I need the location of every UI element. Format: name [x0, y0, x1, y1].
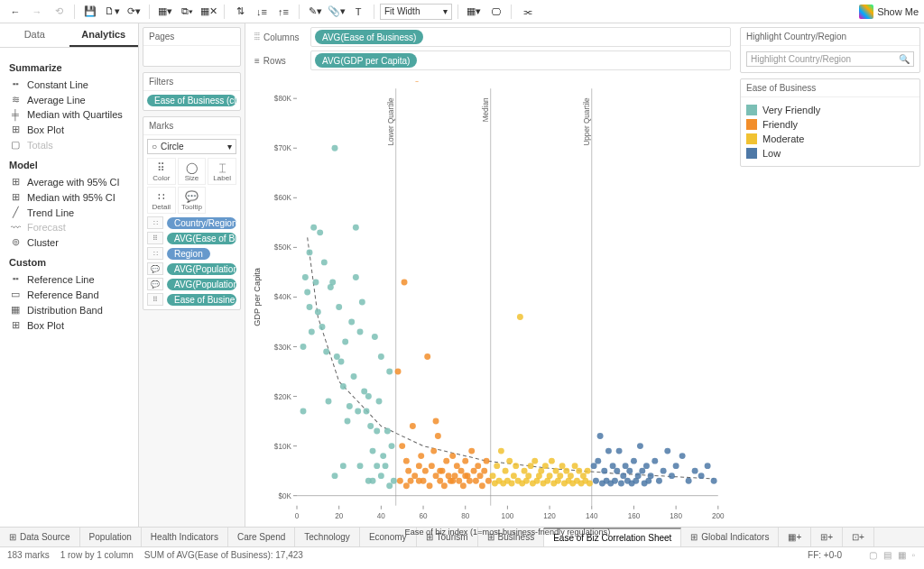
status-ff: FF: +0-0 [808, 550, 842, 560]
new-sheet-button[interactable]: ⊡+ [843, 528, 874, 546]
legend-item[interactable]: Very Friendly [746, 103, 914, 117]
analytics-item: 〰Forecast [9, 220, 129, 234]
chart-area[interactable]: 020406080100120140160180200$0K$10K$20K$3… [245, 78, 736, 546]
marks-pill[interactable]: AVG(Ease of Busi.. [167, 233, 236, 244]
svg-point-172 [531, 458, 538, 464]
duplicate-icon[interactable]: ⧉▾ [177, 3, 197, 21]
analytics-item[interactable]: ⊞Box Plot [9, 317, 129, 333]
text-icon[interactable]: T [348, 3, 368, 21]
svg-point-80 [365, 393, 372, 399]
svg-point-89 [384, 428, 391, 435]
tab-data[interactable]: Data [0, 23, 69, 47]
svg-point-151 [433, 418, 439, 425]
marks-slot-icon[interactable]: ∷ [147, 247, 163, 260]
svg-point-146 [403, 482, 410, 489]
status-rowcol: 1 row by 1 column [60, 550, 134, 560]
marks-slot-icon[interactable]: ⠿ [147, 293, 163, 306]
marks-cell-size[interactable]: ◯Size [178, 158, 207, 185]
sheet-tab[interactable]: Health Indicators [142, 528, 228, 546]
analytics-item[interactable]: ⊞Average with 95% CI [9, 174, 129, 189]
svg-point-54 [310, 225, 317, 231]
marks-pill-row: ⠿Ease of Busine.. ≡ [147, 293, 236, 306]
analytics-item[interactable]: ╍Reference Line [9, 271, 129, 287]
svg-text:$80K: $80K [274, 95, 292, 103]
share-icon[interactable]: ⫘ [517, 3, 537, 21]
svg-point-55 [313, 279, 319, 285]
attach-icon[interactable]: 📎▾ [327, 3, 346, 21]
show-me-button[interactable]: Show Me [859, 5, 919, 19]
marks-cell-icon: ◯ [186, 161, 198, 174]
svg-point-233 [679, 453, 686, 459]
marks-pill-row: 💬AVG(Population .. [147, 278, 236, 290]
marks-slot-icon[interactable]: ⠿ [147, 232, 163, 244]
filter-pill[interactable]: Ease of Business (cl.. ≡ [147, 95, 236, 106]
marks-cell-detail[interactable]: ∷Detail [147, 187, 176, 214]
new-sheet-button[interactable]: ▦+ [779, 528, 811, 546]
present-icon[interactable]: 🖵 [485, 3, 505, 21]
highlight-input[interactable]: Highlight Country/Region 🔍 [746, 51, 914, 67]
marks-pill[interactable]: AVG(Population .. [167, 263, 236, 275]
back-icon[interactable]: ← [5, 3, 25, 21]
marks-pill[interactable]: Ease of Busine.. ≡ [167, 294, 236, 306]
analytics-item[interactable]: ⊞Median with 95% CI [9, 189, 129, 205]
analytics-item[interactable]: ╍Constant Line [9, 77, 129, 92]
marks-slot-icon[interactable]: 💬 [147, 262, 163, 275]
svg-point-202 [597, 433, 604, 439]
marks-cell-tooltip[interactable]: 💬Tooltip [178, 187, 207, 214]
analytics-item[interactable]: ≋Average Line [9, 92, 129, 107]
svg-point-87 [380, 453, 386, 459]
marks-slot-icon[interactable]: ∷ [147, 216, 163, 229]
analytics-item-label: Reference Band [27, 289, 99, 300]
analytics-item[interactable]: ╱Trend Line [9, 205, 129, 220]
analytics-item[interactable]: ⊚Cluster [9, 234, 129, 250]
sort-desc-icon[interactable]: ↑≡ [273, 3, 293, 21]
sheet-tab[interactable]: Population [80, 528, 142, 546]
status-view-icons[interactable]: ▢ ▤ ▦ ▫ [869, 550, 917, 560]
marks-slot-icon[interactable]: 💬 [147, 278, 163, 290]
svg-point-232 [673, 463, 679, 469]
fit-dropdown[interactable]: Fit Width ▾ [380, 4, 452, 20]
rows-shelf[interactable]: AVG(GDP per Capita) [310, 50, 731, 70]
sort-asc-icon[interactable]: ↓≡ [252, 3, 272, 21]
status-sum: SUM of AVG(Ease of Business): 17,423 [144, 550, 303, 560]
svg-point-216 [626, 468, 633, 474]
marks-pill-row: ∷Region [147, 247, 236, 260]
legend-item[interactable]: Low [746, 146, 914, 161]
columns-pill[interactable]: AVG(Ease of Business) [315, 30, 423, 44]
analytics-item[interactable]: ▦Distribution Band [9, 302, 129, 317]
highlight-pen-icon[interactable]: ✎▾ [305, 3, 325, 21]
save-icon[interactable]: 💾 [80, 3, 100, 21]
marks-pill[interactable]: Country/Region [167, 217, 236, 229]
clear-icon[interactable]: ▦✕ [199, 3, 218, 21]
tab-analytics[interactable]: Analytics [69, 23, 139, 47]
forward-icon[interactable]: → [27, 3, 47, 21]
new-sheet-button[interactable]: ⊞+ [811, 528, 843, 546]
svg-point-152 [490, 473, 496, 479]
rows-pill[interactable]: AVG(GDP per Capita) [315, 53, 417, 68]
analytics-item[interactable]: ╪Median with Quartiles [9, 107, 129, 122]
swap-icon[interactable]: ⇅ [230, 3, 250, 21]
analytics-item[interactable]: ⊞Box Plot [9, 122, 129, 137]
analytics-item-icon: ╍ [9, 78, 22, 90]
marks-cell-color[interactable]: ⠿Color [147, 158, 176, 185]
new-worksheet-icon[interactable]: ▦▾ [155, 3, 175, 21]
refresh-icon[interactable]: ⟳▾ [124, 3, 143, 21]
marks-cell-label[interactable]: ⌶Label [208, 158, 236, 185]
undo-small-icon[interactable]: ⟲ [49, 3, 69, 21]
marks-pill[interactable]: AVG(Population .. [167, 279, 236, 290]
legend-swatch [746, 133, 757, 144]
svg-text:Median: Median [482, 97, 490, 122]
marks-type-dropdown[interactable]: ○Circle ▾ [147, 139, 236, 154]
sheet-tab[interactable]: ⊞Data Source [0, 528, 80, 546]
analytics-item-label: Forecast [27, 222, 66, 233]
columns-shelf[interactable]: AVG(Ease of Business) [310, 27, 731, 47]
svg-point-143 [481, 468, 487, 474]
legend-item[interactable]: Moderate [746, 132, 914, 146]
legend-item[interactable]: Friendly [746, 117, 914, 132]
show-cards-icon[interactable]: ▦▾ [464, 3, 484, 21]
analytics-item[interactable]: ▭Reference Band [9, 287, 129, 302]
new-data-icon[interactable]: 🗋▾ [102, 3, 122, 21]
analytics-item-icon: ╍ [9, 273, 22, 285]
svg-point-91 [389, 443, 395, 449]
marks-pill[interactable]: Region [167, 248, 210, 260]
